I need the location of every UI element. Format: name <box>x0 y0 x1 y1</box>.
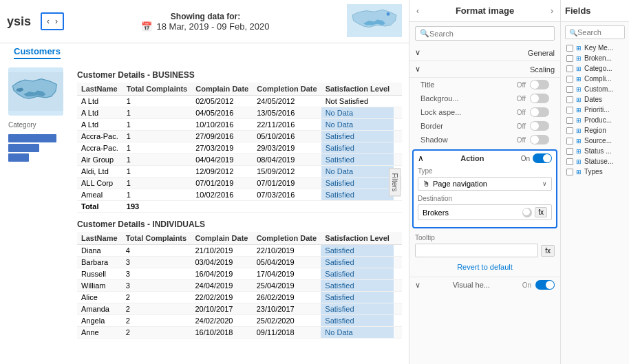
shadow-toggle: Off <box>517 135 549 144</box>
business-table: LastName Total Complaints Complain Date … <box>77 83 402 213</box>
field-checkbox[interactable] <box>566 65 573 72</box>
svg-point-1 <box>387 12 390 16</box>
cat-bar-2 <box>8 144 39 152</box>
shadow-switch[interactable] <box>530 135 549 144</box>
list-item[interactable]: ⊞Catego... <box>561 63 629 74</box>
list-item[interactable]: ⊞Compli... <box>561 74 629 84</box>
list-item[interactable]: ⊞Types <box>561 167 629 177</box>
filters-tab[interactable]: Filters <box>389 168 401 196</box>
field-checkbox[interactable] <box>566 138 573 144</box>
search-icon: 🔍 <box>420 29 429 38</box>
list-item[interactable]: ⊞Source... <box>561 136 629 146</box>
nav-back-button[interactable]: ‹ <box>45 15 52 28</box>
col-total-i: Total Complaints <box>122 232 191 245</box>
revert-to-default-button[interactable]: Revert to default <box>415 260 555 274</box>
destination-label: Destination <box>418 195 552 202</box>
table-row: Amanda220/10/201723/10/2017Satisfied <box>77 303 402 315</box>
format-search-input[interactable] <box>429 30 550 38</box>
tooltip-input-row: fx <box>415 244 555 257</box>
destination-row[interactable]: Brokers fx <box>418 204 552 220</box>
table-row: Accra-Pac.127/09/201605/10/2016Satisfied <box>77 131 402 142</box>
col-scroll-i <box>394 232 402 245</box>
field-checkbox[interactable] <box>566 158 573 165</box>
tables-area: Customer Details - BUSINESS LastName Tot… <box>77 67 402 358</box>
tab-customers[interactable]: Customers <box>14 46 61 59</box>
field-item-label: Broken... <box>584 54 612 62</box>
list-item[interactable]: ⊞Status ... <box>561 146 629 156</box>
field-checkbox[interactable] <box>566 148 573 155</box>
field-checkbox[interactable] <box>566 55 573 62</box>
fields-header: Fields <box>561 0 629 22</box>
fields-panel: Fields 🔍 ⊞Key Me...⊞Broken...⊞Catego...⊞… <box>560 0 629 364</box>
list-item[interactable]: ⊞Broken... <box>561 53 629 63</box>
cat-bar-1 <box>8 134 56 142</box>
col-complain-i: Complain Date <box>191 232 252 245</box>
nav-forward-button[interactable]: › <box>53 15 60 28</box>
map-small <box>8 67 63 116</box>
list-item[interactable]: ⊞Prioriti... <box>561 105 629 115</box>
format-panel-body: 🔍 ∨ General ∨ Scaling Title Off <box>409 22 560 364</box>
field-checkbox[interactable] <box>566 127 573 134</box>
general-section: ∨ General <box>409 45 560 61</box>
action-on-row: On <box>521 153 552 163</box>
visual-he-switch[interactable] <box>535 280 555 290</box>
table-row: William324/04/201925/04/2019Satisfied <box>77 280 402 292</box>
table-row: A Ltd104/05/201613/05/2016No Data <box>77 107 402 119</box>
scaling-label: Scaling <box>530 65 555 74</box>
list-item[interactable]: ⊞Key Me... <box>561 43 629 53</box>
chevron-down-icon-action: ∧ <box>418 153 424 163</box>
destination-fx-button[interactable]: fx <box>535 207 547 217</box>
scaling-header[interactable]: ∨ Scaling <box>409 61 560 77</box>
format-search-box[interactable]: 🔍 <box>415 26 555 41</box>
format-panel-title: Format image <box>419 6 551 16</box>
tooltip-section: Tooltip fx Revert to default <box>409 231 560 277</box>
fields-search-box[interactable]: 🔍 <box>565 25 625 39</box>
field-checkbox[interactable] <box>566 96 573 103</box>
dropdown-arrow-icon: ∨ <box>542 180 547 187</box>
destination-toggle[interactable] <box>522 208 532 217</box>
tooltip-fx-button[interactable]: fx <box>541 245 555 257</box>
format-panel-header: ‹ Format image › <box>409 0 560 22</box>
action-section: ∧ Action On Type 🖱 Page navigation ∨ <box>412 149 557 228</box>
panel-forward-arrow[interactable]: › <box>551 6 553 16</box>
chevron-down-icon-scaling: ∨ <box>415 65 420 74</box>
table-row: Angela224/02/202025/02/2020Satisfied <box>77 315 402 327</box>
content-area: Category Customer Details - BUSINESS Las… <box>0 62 409 364</box>
list-item[interactable]: ⊞Region <box>561 125 629 136</box>
field-checkbox[interactable] <box>566 45 573 52</box>
table-row: Air Group104/04/201908/04/2019Satisfied <box>77 154 402 166</box>
action-header: ∧ Action On <box>418 153 552 163</box>
list-item[interactable]: ⊞Custom... <box>561 84 629 94</box>
title-toggle: Off <box>517 80 549 89</box>
list-item[interactable]: ⊞Dates <box>561 94 629 105</box>
action-switch[interactable] <box>533 153 552 163</box>
field-checkbox[interactable] <box>566 117 573 124</box>
list-item[interactable]: ⊞Produc... <box>561 115 629 125</box>
field-checkbox[interactable] <box>566 169 573 175</box>
list-item[interactable]: ⊞Statuse... <box>561 156 629 167</box>
field-checkbox[interactable] <box>566 76 573 83</box>
background-switch[interactable] <box>530 94 549 103</box>
tooltip-input[interactable] <box>415 244 538 257</box>
type-dropdown[interactable]: 🖱 Page navigation ∨ <box>418 177 552 191</box>
field-checkbox[interactable] <box>566 86 573 93</box>
category-bars <box>8 134 70 162</box>
border-switch[interactable] <box>530 121 549 131</box>
col-completion-i: Completion Date <box>253 232 321 245</box>
map-thumbnail <box>347 4 402 39</box>
col-complain-b: Complain Date <box>191 83 253 96</box>
background-label: Backgrou... <box>420 94 459 103</box>
field-checkbox[interactable] <box>566 107 573 114</box>
general-header[interactable]: ∨ General <box>409 45 560 61</box>
visual-he-label: Visual he... <box>453 281 490 289</box>
lock-aspect-switch[interactable] <box>530 107 549 117</box>
category-label: Category <box>8 121 70 129</box>
destination-section: Destination Brokers fx <box>418 195 552 220</box>
format-panel: ‹ Format image › 🔍 ∨ General ∨ Scaling T… <box>409 0 560 364</box>
table-row: Anne216/10/201809/11/2018No Data <box>77 327 402 339</box>
title-switch[interactable] <box>530 80 549 89</box>
table-icon: ⊞ <box>576 107 582 114</box>
fields-search-input[interactable] <box>577 28 621 36</box>
title-off-label: Off <box>517 81 526 89</box>
shadow-label: Shadow <box>420 136 448 144</box>
